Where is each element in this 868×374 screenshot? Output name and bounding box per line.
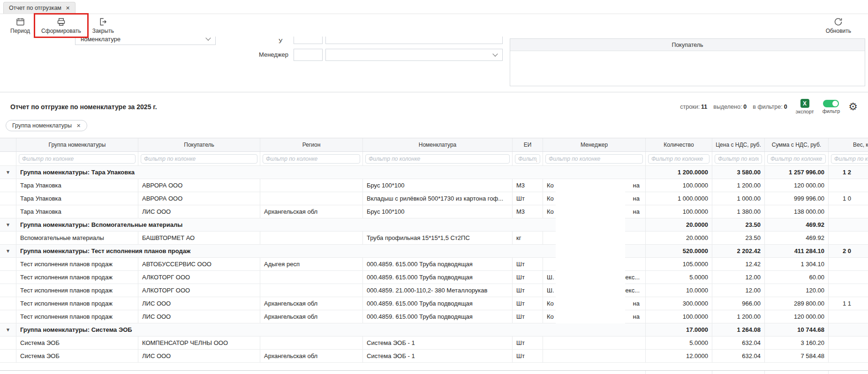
filter-toggle[interactable]: фильтр <box>823 100 840 114</box>
collapse-icon[interactable]: ▾ <box>7 169 9 175</box>
cell-region <box>260 232 363 244</box>
cell-group: Тест исполнения планов продаж <box>16 297 138 310</box>
table-row[interactable]: Система ЭОБЛИС ОООАрхангельская облСисте… <box>0 350 868 363</box>
cell-price: 966.00 <box>712 297 765 310</box>
filter-cell <box>138 152 260 165</box>
column-header[interactable]: Количество <box>646 138 712 151</box>
column-header[interactable]: Группа номенклатуры <box>16 138 138 151</box>
cell-nomenclature: Система ЭОБ - 1 <box>363 337 513 349</box>
table-row[interactable]: Система ЭОБКОМПЕНСАТОР ЧЕЛНЫ ОООСистема … <box>0 337 868 350</box>
export-excel-button[interactable]: X экспорт <box>796 99 814 114</box>
table-row[interactable]: Тест исполнения планов продажАВТОБУССЕРВ… <box>0 258 868 271</box>
cell-weight <box>829 205 868 218</box>
group-label-cell: Группа номенклатуры: Тест исполнения пла… <box>16 245 646 257</box>
cell-quantity: 100.0000 <box>646 179 712 192</box>
manager-code-input[interactable] <box>294 49 323 61</box>
manager-combobox[interactable] <box>325 49 503 61</box>
column-filter-input[interactable] <box>715 154 762 164</box>
cell-sum: 469.92 <box>765 232 829 244</box>
cell-weight <box>829 218 868 231</box>
generate-button[interactable]: Сформировать <box>37 15 86 36</box>
column-filter-input[interactable] <box>365 154 510 164</box>
column-filter-input[interactable] <box>19 154 136 164</box>
settings-gear-icon[interactable]: ⚙ <box>848 102 858 112</box>
cell-price: 1 000.00 <box>712 192 765 205</box>
cell-group: Тара Упаковка <box>16 205 138 218</box>
table-row[interactable]: Тест исполнения планов продажАЛКОТОРГ ОО… <box>0 284 868 297</box>
expander-cell <box>0 192 16 205</box>
table-row[interactable]: Вспомогательные материалыБАШВТОРМЕТ АОТр… <box>0 232 868 245</box>
filter-cell <box>513 152 543 165</box>
buyer-panel-title: Покупатель <box>510 39 865 51</box>
expander-cell <box>0 350 16 362</box>
cell-buyer: АВРОРА ООО <box>138 192 260 205</box>
refresh-button[interactable]: Обновить <box>821 15 856 36</box>
table-row[interactable]: Тест исполнения планов продажАЛКОТОРГ ОО… <box>0 271 868 284</box>
column-header[interactable]: Сумма с НДС, руб. <box>765 138 829 151</box>
cell-quantity: 17.0000 <box>646 323 712 336</box>
grouping-chip[interactable]: Группа номенклатуры ✕ <box>6 120 87 131</box>
table-row[interactable]: Тест исполнения планов продажЛИС ОООАрха… <box>0 297 868 310</box>
column-filter-input[interactable] <box>831 154 868 164</box>
cell-buyer: ЛИС ООО <box>138 350 260 362</box>
column-header[interactable]: Менеджер <box>543 138 646 151</box>
cell-sum: 1 304.10 <box>765 258 829 270</box>
cell-price: 23.50 <box>712 232 765 244</box>
collapse-icon[interactable]: ▾ <box>7 327 9 333</box>
column-filter-input[interactable] <box>648 154 709 164</box>
table-row[interactable]: Тара УпаковкаАВРОРА ОООВкладыш с рилёвко… <box>0 192 868 205</box>
column-filter-input[interactable] <box>767 154 826 164</box>
column-header[interactable]: ЕИ <box>513 138 543 151</box>
cell-unit: Шт <box>513 310 543 323</box>
cell-sum: 120.00 <box>765 284 829 297</box>
cell-nomenclature: 000.4859. 615.000 Труба подводящая <box>363 297 513 310</box>
period-button[interactable]: Период <box>6 15 35 36</box>
tab-report[interactable]: Отчет по отгрузкам ✕ <box>3 2 75 14</box>
collapse-icon[interactable]: ▾ <box>7 222 9 228</box>
cell-quantity: 12.0000 <box>646 350 712 362</box>
group-row[interactable]: ▾Группа номенклатуры: Система ЭОБ17.0000… <box>0 323 868 337</box>
column-header[interactable]: Цена с НДС, руб. <box>712 138 765 151</box>
cell-quantity: 20.0000 <box>646 218 712 231</box>
collapse-icon[interactable]: ▾ <box>7 248 9 254</box>
cell-group: Система ЭОБ <box>16 337 138 349</box>
excel-icon: X <box>800 99 809 108</box>
column-header[interactable]: Вес, к <box>829 138 868 151</box>
table-row[interactable]: Тара УпаковкаАВРОРА ОООБрус 100*100М3Кон… <box>0 179 868 192</box>
export-label: экспорт <box>796 109 814 114</box>
report-generate-icon <box>56 17 66 27</box>
table-row[interactable]: Тара УпаковкаЛИС ОООАрхангельская облБру… <box>0 205 868 218</box>
column-filter-input[interactable] <box>515 154 540 164</box>
table-row[interactable]: Тест исполнения планов продажЛИС ОООАрха… <box>0 310 868 323</box>
cell-price: 1 264.08 <box>712 323 765 336</box>
cell-quantity: 5.0000 <box>646 337 712 349</box>
cell-group: Система ЭОБ <box>16 350 138 362</box>
tab-title: Отчет по отгрузкам <box>9 5 61 11</box>
cell-quantity: 100.0000 <box>646 310 712 323</box>
buyer-panel-body[interactable] <box>510 51 865 86</box>
tab-close-icon[interactable]: ✕ <box>66 5 70 11</box>
cell-quantity: 1 200.0000 <box>646 166 712 179</box>
cell-buyer: КОМПЕНСАТОР ЧЕЛНЫ ООО <box>138 337 260 349</box>
column-header[interactable]: Регион <box>260 138 363 151</box>
column-header[interactable]: Номенклатура <box>363 138 513 151</box>
group-row[interactable]: ▾Группа номенклатуры: Тара Упаковка1 200… <box>0 166 868 179</box>
cell-weight <box>829 310 868 323</box>
column-filter-input[interactable] <box>545 154 643 164</box>
group-row[interactable]: ▾Группа номенклатуры: Вспомогательные ма… <box>0 218 868 232</box>
exit-door-icon <box>98 17 108 27</box>
cell-region <box>260 271 363 284</box>
cell-quantity: 1 000.0000 <box>646 192 712 205</box>
expander-cell: ▾ <box>0 245 16 257</box>
cell-nomenclature: 000.4859. 615.000 Труба подводящая <box>363 310 513 323</box>
group-row[interactable]: ▾Группа номенклатуры: Тест исполнения пл… <box>0 245 868 258</box>
cell-group: Тест исполнения планов продаж <box>16 271 138 284</box>
cell-sum: 1 257 996.00 <box>765 166 829 179</box>
toggle-pill[interactable] <box>823 100 839 107</box>
cell-price: 632.04 <box>712 350 765 362</box>
close-report-button[interactable]: Закрыть <box>88 15 119 36</box>
chip-close-icon[interactable]: ✕ <box>76 123 81 129</box>
column-header[interactable]: Покупатель <box>138 138 260 151</box>
column-filter-input[interactable] <box>141 154 257 164</box>
column-filter-input[interactable] <box>263 154 360 164</box>
